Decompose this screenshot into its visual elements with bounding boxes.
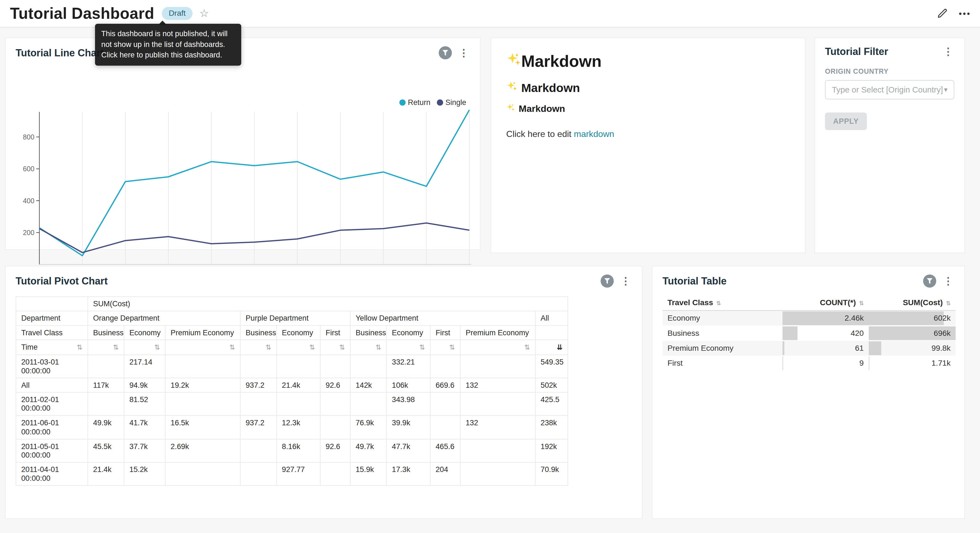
sort-icon[interactable]: ⇅ bbox=[266, 344, 271, 351]
sort-desc-icon[interactable]: ⇊ bbox=[557, 344, 563, 351]
kebab-menu-icon[interactable]: ⋮ bbox=[619, 276, 632, 286]
travel-class-cell: First bbox=[663, 356, 783, 370]
pivot-sort-header[interactable]: ⇅ bbox=[320, 340, 350, 354]
filter-scope-icon[interactable] bbox=[601, 274, 614, 288]
pivot-row-label: 2011-03-01 00:00:00 bbox=[16, 354, 88, 378]
pivot-cell bbox=[165, 393, 240, 416]
line-chart-card: Tutorial Line Chart ⋮ ReturnSingle 20040… bbox=[5, 38, 480, 250]
table-card-actions: ⋮ bbox=[923, 274, 955, 288]
sum-cell: 696k bbox=[869, 326, 956, 341]
filter-scope-icon[interactable] bbox=[923, 274, 936, 288]
pivot-cell bbox=[460, 354, 535, 378]
sort-icon[interactable]: ⇅ bbox=[716, 300, 721, 306]
legend-dot-icon bbox=[399, 99, 406, 106]
pivot-class-header: Business bbox=[240, 326, 277, 340]
sort-icon[interactable]: ⇅ bbox=[859, 300, 864, 306]
filter-card: Tutorial Filter ⋮ ORIGIN COUNTRY Type or… bbox=[815, 38, 965, 253]
pivot-cell: 76.9k bbox=[350, 416, 387, 439]
pivot-column-dimension-header: Department bbox=[16, 311, 88, 326]
table-header-count-[interactable]: COUNT(*)⇅ bbox=[783, 295, 869, 310]
pivot-cell: 117k bbox=[88, 378, 124, 392]
pivot-row-label: 2011-02-01 00:00:00 bbox=[16, 393, 88, 416]
pivot-row: 2011-04-01 00:00:0021.4k15.2k927.7715.9k… bbox=[16, 462, 568, 485]
table-header-travel-class[interactable]: Travel Class⇅ bbox=[663, 295, 783, 310]
pivot-cell bbox=[240, 393, 277, 416]
pivot-sort-header[interactable]: ⇅ bbox=[240, 340, 277, 354]
draft-badge[interactable]: Draft bbox=[162, 7, 192, 20]
pivot-cell: 8.16k bbox=[277, 439, 320, 462]
pivot-sort-header[interactable]: ⇅ bbox=[165, 340, 240, 354]
favorite-star-icon[interactable]: ☆ bbox=[199, 8, 209, 19]
pivot-cell: 49.9k bbox=[88, 416, 124, 439]
pivot-card-actions: ⋮ bbox=[601, 274, 632, 288]
markdown-heading-3-text: Markdown bbox=[519, 103, 565, 114]
markdown-heading-1: Markdown bbox=[506, 52, 790, 71]
pivot-sort-header[interactable]: ⇅ bbox=[430, 340, 460, 354]
edit-pencil-icon[interactable] bbox=[937, 8, 947, 19]
markdown-heading-2: Markdown bbox=[506, 81, 790, 95]
legend-item-single[interactable]: Single bbox=[437, 98, 466, 107]
pivot-cell: 132 bbox=[460, 378, 535, 392]
line-chart-card-actions: ⋮ bbox=[439, 46, 470, 60]
pivot-class-header: Business bbox=[350, 326, 387, 340]
count-value: 420 bbox=[783, 326, 869, 341]
sort-icon[interactable]: ⇅ bbox=[154, 344, 160, 351]
table-row: Economy2.46k602k bbox=[663, 310, 956, 326]
origin-country-select[interactable]: Type or Select [Origin Country] ▾ bbox=[825, 80, 955, 99]
table-row: First91.71k bbox=[663, 356, 956, 370]
pivot-cell: 238k bbox=[535, 416, 568, 439]
pivot-cell bbox=[430, 416, 460, 439]
table-row: Business420696k bbox=[663, 326, 956, 341]
pivot-class-header: Premium Economy bbox=[165, 326, 240, 340]
pivot-card-header: Tutorial Pivot Chart ⋮ bbox=[6, 266, 642, 287]
sort-icon[interactable]: ⇅ bbox=[77, 344, 83, 351]
pivot-cell bbox=[277, 354, 320, 378]
filter-scope-icon[interactable] bbox=[439, 46, 452, 60]
kebab-menu-icon[interactable]: ⋮ bbox=[457, 48, 470, 58]
unpublished-tooltip[interactable]: This dashboard is not published, it will… bbox=[95, 24, 241, 66]
pivot-cell: 192k bbox=[535, 439, 568, 462]
line-chart-card-header: Tutorial Line Chart ⋮ bbox=[6, 38, 480, 59]
pivot-sort-header[interactable]: ⇅ bbox=[88, 340, 124, 354]
markdown-edit-link[interactable]: markdown bbox=[574, 129, 614, 139]
count-cell: 2.46k bbox=[783, 310, 869, 326]
sort-icon[interactable]: ⇅ bbox=[309, 344, 315, 351]
filter-card-title: Tutorial Filter bbox=[825, 46, 888, 58]
kebab-menu-icon[interactable]: ⋮ bbox=[942, 276, 955, 286]
pivot-sort-header[interactable]: ⇅ bbox=[350, 340, 387, 354]
sort-icon[interactable]: ⇅ bbox=[375, 344, 381, 351]
chevron-down-icon: ▾ bbox=[944, 86, 948, 94]
sort-icon[interactable]: ⇅ bbox=[524, 344, 530, 351]
sort-icon[interactable]: ⇅ bbox=[229, 344, 235, 351]
pivot-cell: 92.6 bbox=[320, 378, 350, 392]
legend-item-return[interactable]: Return bbox=[399, 98, 430, 107]
sum-value: 99.8k bbox=[869, 341, 956, 356]
pivot-cell: 49.7k bbox=[350, 439, 387, 462]
pivot-sort-header[interactable]: ⇅ bbox=[387, 340, 430, 354]
apply-button[interactable]: APPLY bbox=[825, 113, 867, 130]
count-cell: 9 bbox=[783, 356, 869, 370]
sort-icon[interactable]: ⇅ bbox=[339, 344, 345, 351]
count-value: 2.46k bbox=[783, 311, 869, 326]
markdown-content: Markdown Markdown Markdown Click here to… bbox=[492, 38, 805, 139]
kebab-menu-icon[interactable]: ⋮ bbox=[942, 47, 955, 57]
sort-icon[interactable]: ⇅ bbox=[113, 344, 119, 351]
filter-card-body: ORIGIN COUNTRY Type or Select [Origin Co… bbox=[815, 57, 964, 130]
pivot-sort-header[interactable]: ⇅ bbox=[124, 340, 165, 354]
markdown-edit-line: Click here to edit markdown bbox=[506, 129, 790, 139]
pivot-cell bbox=[460, 462, 535, 485]
pivot-time-header[interactable]: Time⇅ bbox=[16, 340, 88, 354]
data-table-card: Tutorial Table ⋮ Travel Class⇅COUNT(*)⇅S… bbox=[652, 266, 965, 519]
sort-icon[interactable]: ⇅ bbox=[449, 344, 455, 351]
table-header-sum-cost-[interactable]: SUM(Cost)⇅ bbox=[869, 295, 956, 310]
more-menu-icon[interactable] bbox=[959, 11, 970, 16]
pivot-group-header: Orange Department bbox=[88, 311, 240, 326]
pivot-sort-header[interactable]: ⇅ bbox=[460, 340, 535, 354]
pivot-cell bbox=[460, 439, 535, 462]
pivot-sort-header[interactable]: ⇊ bbox=[535, 340, 568, 354]
sort-icon[interactable]: ⇅ bbox=[419, 344, 425, 351]
pivot-sort-header[interactable]: ⇅ bbox=[277, 340, 320, 354]
sort-icon[interactable]: ⇅ bbox=[946, 300, 950, 306]
pivot-cell: 937.2 bbox=[240, 378, 277, 392]
pivot-cell: 132 bbox=[460, 416, 535, 439]
